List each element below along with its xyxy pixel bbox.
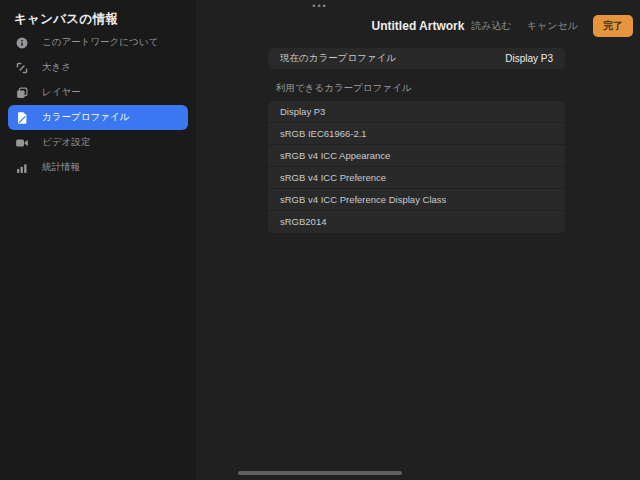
profile-option-srgb-v4-preference-display-class[interactable]: sRGB v4 ICC Preference Display Class <box>268 189 565 211</box>
sidebar-item-about-artwork[interactable]: このアートワークについて <box>8 30 188 55</box>
sidebar-nav: このアートワークについて 大きさ レイヤー <box>0 30 196 180</box>
profile-option-srgb2014[interactable]: sRGB2014 <box>268 211 565 233</box>
sidebar-item-label: ビデオ設定 <box>42 136 90 149</box>
canvas-size-icon <box>15 61 29 75</box>
profile-option-display-p3[interactable]: Display P3 <box>268 101 565 123</box>
layers-icon <box>15 86 29 100</box>
profile-option-srgb-iec61966[interactable]: sRGB IEC61966-2.1 <box>268 123 565 145</box>
sidebar-item-video-settings[interactable]: ビデオ設定 <box>8 130 188 155</box>
done-button[interactable]: 完了 <box>593 15 633 37</box>
canvas-information-modal: キャンバスの情報 このアートワークについて 大きさ <box>0 0 640 480</box>
sidebar-item-color-profile[interactable]: カラープロファイル <box>8 105 188 130</box>
sidebar-item-label: 大きさ <box>42 61 71 74</box>
home-indicator[interactable] <box>238 471 402 475</box>
sidebar: キャンバスの情報 このアートワークについて 大きさ <box>0 0 196 480</box>
sidebar-item-size[interactable]: 大きさ <box>8 55 188 80</box>
sidebar-item-layers[interactable]: レイヤー <box>8 80 188 105</box>
modal-drag-handle[interactable]: ••• <box>306 1 334 11</box>
info-icon <box>15 36 29 50</box>
profile-option-srgb-v4-appearance[interactable]: sRGB v4 ICC Appearance <box>268 145 565 167</box>
load-button[interactable]: 読み込む <box>471 19 511 33</box>
color-profile-icon <box>15 111 29 125</box>
current-profile-value: Display P3 <box>505 53 553 64</box>
available-profiles-header: 利用できるカラープロファイル <box>276 82 411 95</box>
profile-list: Display P3 sRGB IEC61966-2.1 sRGB v4 ICC… <box>268 101 565 233</box>
page-title: キャンバスの情報 <box>14 11 118 28</box>
statistics-icon <box>15 161 29 175</box>
sidebar-item-label: レイヤー <box>42 86 81 99</box>
sidebar-item-label: カラープロファイル <box>42 111 129 124</box>
sidebar-item-label: このアートワークについて <box>42 36 158 49</box>
profile-option-srgb-v4-preference[interactable]: sRGB v4 ICC Preference <box>268 167 565 189</box>
sidebar-item-label: 統計情報 <box>42 161 80 174</box>
current-profile-label: 現在のカラープロファイル <box>280 52 396 65</box>
topbar-actions: 読み込む キャンセル 完了 <box>471 15 633 36</box>
video-settings-icon <box>15 136 29 150</box>
current-color-profile-row: 現在のカラープロファイル Display P3 <box>268 48 565 69</box>
sidebar-item-statistics[interactable]: 統計情報 <box>8 155 188 180</box>
cancel-button[interactable]: キャンセル <box>527 19 578 33</box>
